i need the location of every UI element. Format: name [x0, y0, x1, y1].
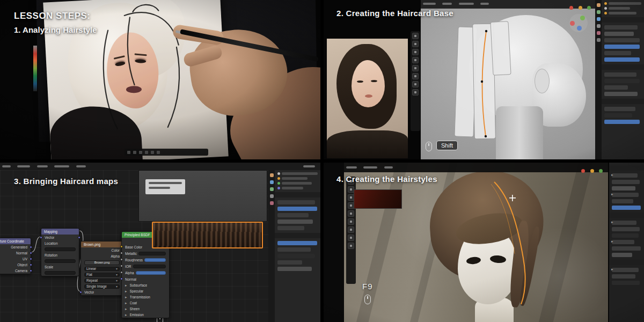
outliner-row[interactable]: [604, 2, 641, 5]
panel-row[interactable]: [612, 268, 639, 272]
node-output-row[interactable]: Camera: [0, 268, 31, 274]
panel-row[interactable]: [612, 221, 636, 225]
panel-row[interactable]: [612, 199, 633, 203]
hair-texture-thumbnail[interactable]: [354, 189, 402, 209]
properties-tab-icon[interactable]: [270, 173, 274, 177]
menu-item[interactable]: [76, 165, 86, 167]
panel-row[interactable]: [612, 173, 638, 178]
panel-section-header[interactable]: [602, 64, 644, 70]
socket-icon[interactable]: [79, 291, 82, 294]
panel-section-header[interactable]: [275, 233, 320, 238]
panel-row[interactable]: [612, 246, 641, 251]
panel-row[interactable]: [277, 226, 304, 230]
node-mapping[interactable]: Mapping Vector Location Rotation Scale: [41, 228, 79, 276]
panel-button[interactable]: [612, 206, 641, 210]
node-output-row[interactable]: Alpha: [81, 253, 123, 259]
value-slot[interactable]: [45, 271, 76, 275]
menu-item[interactable]: [303, 165, 315, 167]
menu-item[interactable]: [363, 166, 377, 169]
socket-icon[interactable]: [120, 245, 123, 248]
annotate-tool-icon[interactable]: [348, 243, 354, 249]
cut-tool-icon[interactable]: [348, 218, 354, 225]
panel-row[interactable]: [612, 281, 640, 285]
value-slot[interactable]: [45, 247, 76, 251]
tablet-taskbar[interactable]: [125, 149, 208, 156]
projection-dropdown[interactable]: Flat: [84, 273, 120, 277]
panel-row[interactable]: [277, 247, 311, 252]
haircard-texture-preview[interactable]: [152, 222, 263, 248]
panel-row[interactable]: [604, 72, 636, 77]
node-output-row[interactable]: Object: [0, 262, 31, 268]
panel-row[interactable]: [604, 32, 634, 36]
node-input-row[interactable]: Normal: [122, 276, 169, 282]
socket-icon[interactable]: [120, 277, 123, 280]
socket-icon[interactable]: [120, 265, 123, 267]
panel-row[interactable]: [277, 213, 309, 217]
scale-tool-icon[interactable]: [412, 65, 419, 71]
node-output-row[interactable]: Normal: [0, 250, 31, 256]
panel-section-header[interactable]: [602, 99, 644, 104]
panel-row[interactable]: [277, 260, 302, 265]
socket-icon[interactable]: [40, 236, 42, 239]
panel-row[interactable]: [604, 92, 638, 96]
socket-icon[interactable]: [120, 258, 123, 261]
panel-row[interactable]: [612, 227, 640, 231]
node-input-row[interactable]: IOR: [122, 263, 169, 269]
shading-mode-dots[interactable]: [567, 2, 591, 12]
viewport-menu-item[interactable]: [442, 3, 452, 5]
node-section-row[interactable]: Subsurface: [122, 282, 169, 288]
node-section-row[interactable]: Sheen: [122, 306, 169, 312]
red-dot-icon[interactable]: [581, 169, 585, 173]
node-header[interactable]: Brown.png: [81, 241, 123, 247]
panel-row[interactable]: [277, 200, 315, 204]
socket-icon[interactable]: [120, 252, 123, 254]
panel-row[interactable]: [612, 253, 632, 257]
node-dropdown-row[interactable]: Single Image: [81, 283, 123, 289]
panel-button[interactable]: [604, 45, 640, 49]
measure-tool-icon[interactable]: [412, 89, 419, 96]
node-output-row[interactable]: UV: [0, 256, 31, 262]
socket-icon[interactable]: [30, 246, 32, 248]
panel-row[interactable]: [604, 107, 635, 111]
cursor-tool-icon[interactable]: [412, 41, 419, 47]
panel-section-header[interactable]: [602, 17, 644, 23]
orange-dot-icon[interactable]: [590, 169, 594, 173]
panel-row[interactable]: [612, 186, 635, 191]
panel-button[interactable]: [277, 241, 317, 245]
green-dot-icon[interactable]: [599, 169, 603, 173]
socket-icon[interactable]: [120, 271, 123, 274]
value-slot[interactable]: [138, 252, 166, 255]
menu-item[interactable]: [37, 165, 48, 167]
outliner-row[interactable]: [604, 12, 641, 14]
panel-button[interactable]: [277, 207, 317, 211]
node-header[interactable]: Mapping: [41, 229, 79, 235]
panel-row[interactable]: [612, 274, 635, 279]
node-section-row[interactable]: Coat: [122, 300, 169, 306]
properties-tab-icon[interactable]: [597, 31, 601, 35]
panel-row[interactable]: [604, 79, 640, 83]
panel-section-header[interactable]: [609, 165, 644, 171]
menu-item[interactable]: [54, 165, 69, 167]
3d-viewport-small[interactable]: [138, 170, 267, 222]
menu-item[interactable]: [2, 165, 11, 167]
panel-row[interactable]: [604, 51, 631, 55]
panel-row[interactable]: [604, 25, 638, 30]
panel-button[interactable]: [604, 120, 640, 124]
panel-row[interactable]: [277, 267, 312, 271]
green-dot-icon[interactable]: [587, 6, 591, 10]
node-output-row[interactable]: Generated: [0, 244, 31, 250]
interpolation-dropdown[interactable]: Linear: [84, 267, 120, 271]
node-value-row[interactable]: [41, 270, 79, 276]
panel-row[interactable]: [612, 240, 634, 244]
panel-row[interactable]: [604, 38, 640, 42]
node-section-row[interactable]: Emission: [122, 312, 169, 318]
panel-row[interactable]: [612, 233, 639, 238]
node-input-row[interactable]: Vector: [81, 289, 123, 295]
move-tool-icon[interactable]: [412, 49, 419, 55]
properties-tab-icon[interactable]: [597, 24, 601, 28]
tree-row[interactable]: [277, 182, 318, 185]
viewport-menu-item[interactable]: [459, 3, 474, 5]
properties-tab-icon[interactable]: [597, 38, 601, 42]
node-input-row[interactable]: Alpha: [122, 269, 169, 276]
red-dot-icon[interactable]: [569, 6, 573, 10]
